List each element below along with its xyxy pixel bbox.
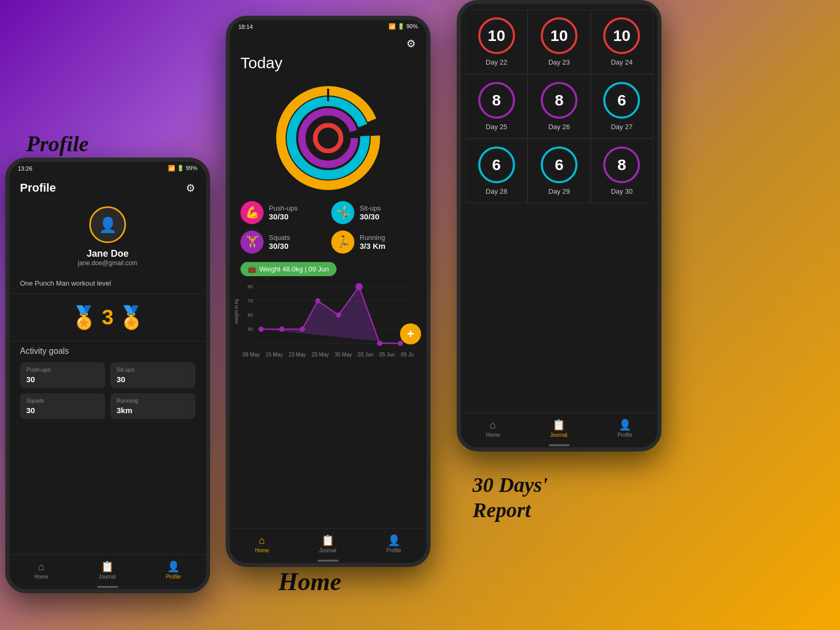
journal-nav-icon-right: 📋 bbox=[552, 418, 565, 431]
squats-icon: 🏋 bbox=[240, 230, 264, 254]
phone-report: 10Day 2210Day 2310Day 248Day 258Day 266D… bbox=[457, 0, 662, 452]
weight-chart-svg: 80 70 60 50 bbox=[240, 281, 416, 350]
activity-situps: 🤸 Sit-ups 30/30 bbox=[331, 201, 416, 224]
settings-icon[interactable]: ⚙ bbox=[186, 182, 195, 194]
svg-text:80: 80 bbox=[248, 284, 253, 289]
goal-label-running: Running bbox=[117, 397, 189, 404]
goals-grid: Push-ups 30 Sit-ups 30 Squats 30 Running… bbox=[20, 362, 195, 419]
profile-nav-label-right: Profile bbox=[617, 432, 632, 438]
nav-profile-center[interactable]: 👤 Profile bbox=[386, 534, 401, 553]
day-cell: 8Day 25 bbox=[465, 74, 528, 139]
home-nav-icon: ⌂ bbox=[38, 561, 45, 573]
goal-label-pushups: Push-ups bbox=[26, 366, 99, 373]
home-nav-label-center: Home bbox=[255, 548, 269, 553]
nav-profile-left[interactable]: 👤 Profile bbox=[166, 560, 181, 580]
day-cell: 10Day 22 bbox=[465, 9, 528, 74]
y-axis-label: weight in kg bbox=[234, 299, 239, 324]
profile-nav-label-center: Profile bbox=[386, 548, 401, 553]
donut-chart bbox=[276, 86, 381, 191]
phone-profile: 13:26 📶 🔋 99% Profile ⚙ 👤 Jane Doe jane.… bbox=[5, 158, 210, 593]
nav-home-center[interactable]: ⌂ Home bbox=[255, 534, 269, 553]
status-bar-left: 13:26 📶 🔋 99% bbox=[9, 162, 206, 175]
activity-squats: 🏋 Squats 30/30 bbox=[240, 230, 325, 254]
weight-badge: 💼 Weight 48.0kg | 09 Jun bbox=[240, 262, 337, 276]
day-circle: 10 bbox=[541, 17, 578, 54]
journal-nav-label-center: Journal bbox=[319, 548, 337, 553]
svg-point-16 bbox=[258, 327, 264, 332]
avatar-section: 👤 Jane Doe jane.doe@gmail.com bbox=[9, 201, 206, 275]
day-cell: 10Day 23 bbox=[528, 9, 590, 74]
activity-grid: 💪 Push-ups 30/30 🤸 Sit-ups 30/30 🏋 Squat… bbox=[230, 201, 426, 262]
day-label: Day 29 bbox=[548, 187, 570, 195]
squats-label: Squats bbox=[269, 234, 290, 242]
phone-home: 18:14 📶 🔋 90% ⚙ Today bbox=[226, 16, 430, 567]
goal-squats: Squats 30 bbox=[20, 393, 105, 419]
svg-point-17 bbox=[279, 327, 285, 332]
home-header: ⚙ bbox=[230, 33, 426, 52]
goal-value-running: 3km bbox=[117, 406, 189, 415]
svg-point-23 bbox=[398, 341, 403, 346]
day-circle: 8 bbox=[603, 146, 640, 183]
pushups-label: Push-ups bbox=[269, 204, 298, 212]
situps-progress: 30/30 bbox=[360, 212, 381, 221]
running-progress: 3/3 Km bbox=[360, 242, 385, 250]
svg-point-19 bbox=[315, 298, 320, 303]
svg-text:70: 70 bbox=[248, 298, 253, 303]
day-label: Day 23 bbox=[548, 58, 570, 66]
nav-home-right[interactable]: ⌂ Home bbox=[486, 419, 500, 438]
day-cell: 8Day 26 bbox=[528, 74, 590, 139]
nav-journal-right[interactable]: 📋 Journal bbox=[550, 418, 568, 438]
rank-section: 🏅 3 🏅 bbox=[9, 294, 206, 341]
svg-point-4 bbox=[318, 128, 339, 149]
svg-text:60: 60 bbox=[248, 312, 253, 318]
svg-point-21 bbox=[355, 283, 363, 290]
home-label: Home bbox=[278, 567, 341, 596]
nav-profile-right[interactable]: 👤 Profile bbox=[617, 418, 632, 438]
nav-home-left[interactable]: ⌂ Home bbox=[35, 561, 49, 580]
nav-journal-center[interactable]: 📋 Journal bbox=[319, 534, 337, 553]
weight-value: Weight 48.0kg | 09 Jun bbox=[259, 265, 329, 273]
profile-nav-icon-center: 👤 bbox=[387, 534, 401, 547]
gesture-bar-center bbox=[318, 560, 339, 562]
home-nav-icon-right: ⌂ bbox=[490, 419, 496, 431]
home-nav-label-right: Home bbox=[486, 432, 500, 438]
journal-nav-label-right: Journal bbox=[550, 432, 568, 438]
nav-journal-left[interactable]: 📋 Journal bbox=[99, 560, 116, 580]
situps-icon: 🤸 bbox=[331, 201, 354, 224]
activity-goals-section: Activity goals Push-ups 30 Sit-ups 30 Sq… bbox=[9, 341, 206, 424]
user-name: Jane Doe bbox=[87, 248, 129, 259]
workout-level: One Punch Man workout level bbox=[9, 275, 206, 294]
avatar: 👤 bbox=[89, 206, 126, 243]
day-circle: 10 bbox=[478, 17, 515, 54]
day-circle: 10 bbox=[603, 17, 640, 54]
day-label: Day 24 bbox=[611, 58, 633, 66]
goal-situps: Sit-ups 30 bbox=[110, 362, 195, 388]
day-label: Day 25 bbox=[486, 123, 507, 131]
situps-label: Sit-ups bbox=[360, 204, 381, 212]
settings-icon-home[interactable]: ⚙ bbox=[406, 37, 416, 50]
day-circle: 6 bbox=[478, 146, 515, 183]
activity-running: 🏃 Running 3/3 Km bbox=[331, 230, 416, 254]
squats-progress: 30/30 bbox=[269, 242, 290, 250]
day-cell: 10Day 24 bbox=[591, 9, 653, 74]
goal-value-pushups: 30 bbox=[26, 375, 99, 384]
day-circle: 6 bbox=[603, 82, 640, 119]
add-weight-button[interactable]: + bbox=[400, 323, 421, 344]
battery-center: 📶 🔋 90% bbox=[388, 23, 418, 30]
chart-x-labels: 09 May 15 May 23 May 25 May 30 May 03 Ju… bbox=[240, 352, 416, 358]
goal-pushups: Push-ups 30 bbox=[20, 362, 105, 388]
nav-bar-left: ⌂ Home 📋 Journal 👤 Profile bbox=[9, 554, 206, 584]
goal-label-situps: Sit-ups bbox=[117, 366, 189, 373]
day-circle: 6 bbox=[541, 146, 578, 183]
svg-point-18 bbox=[300, 327, 305, 332]
profile-label: Profile bbox=[26, 131, 89, 156]
time-left: 13:26 bbox=[18, 165, 33, 172]
battery-left: 📶 🔋 99% bbox=[168, 165, 197, 172]
goal-value-squats: 30 bbox=[26, 406, 99, 415]
nav-bar-center: ⌂ Home 📋 Journal 👤 Profile bbox=[230, 528, 426, 558]
home-nav-label: Home bbox=[35, 574, 49, 580]
day-cell: 6Day 27 bbox=[591, 74, 653, 139]
day-label: Day 30 bbox=[611, 187, 633, 195]
day-label: Day 27 bbox=[611, 123, 633, 131]
profile-nav-icon: 👤 bbox=[167, 560, 180, 573]
